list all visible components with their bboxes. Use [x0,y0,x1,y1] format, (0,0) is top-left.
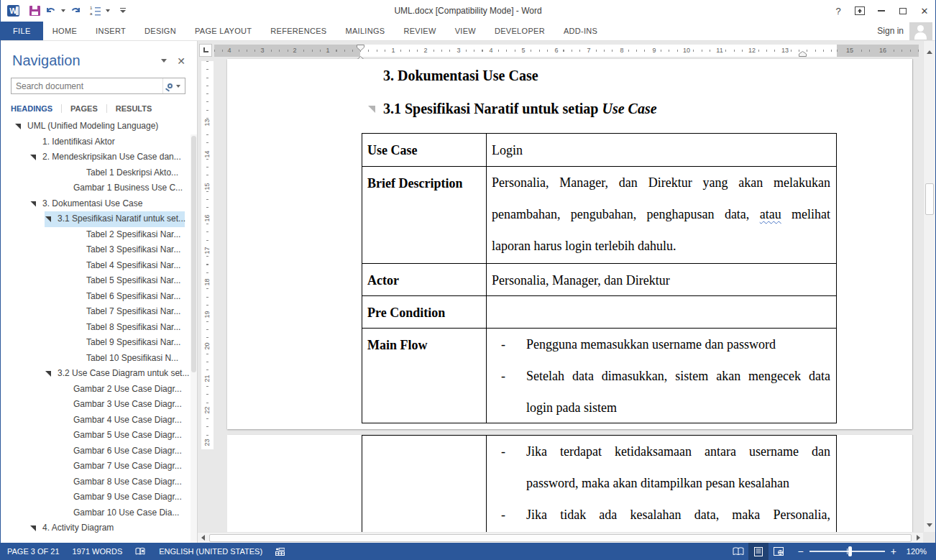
navigation-close-icon[interactable]: ✕ [177,56,185,66]
document-page[interactable]: 3. Dokumentasi Use Case 3.1 Spesifikasi … [227,59,912,429]
minimize-button[interactable] [871,0,892,22]
nav-heading-item-selected[interactable]: 3.1 Spesifikasi Naratif untuk set... [1,211,197,227]
print-layout-button[interactable] [748,543,768,560]
scroll-left-icon[interactable] [198,535,208,541]
tab-design[interactable]: DESIGN [135,22,185,40]
language-indicator[interactable]: ENGLISH (UNITED STATES) [152,543,269,560]
nav-heading-item[interactable]: Gambar 4 Use Case Diagr... [1,413,197,428]
nav-heading-item[interactable]: Tabel 9 Spesifikasi Nar... [1,335,197,351]
navigation-tabs: HEADINGS PAGES RESULTS [11,104,197,113]
scroll-up-icon[interactable] [924,44,935,54]
zoom-out-button[interactable]: − [797,546,803,556]
nav-heading-item[interactable]: 3.2 Use Case Diagram untuk set... [1,366,197,382]
tab-add-ins[interactable]: ADD-INS [554,22,607,40]
horizontal-scrollbar[interactable] [198,532,923,543]
save-icon[interactable] [29,6,40,16]
nav-tab-results[interactable]: RESULTS [107,104,161,113]
nav-heading-item[interactable]: Gambar 7 Use Case Diagr... [1,459,197,474]
nav-heading-item[interactable]: 3. Dokumentasi Use Case [1,196,197,212]
undo-icon[interactable] [45,5,57,17]
undo-dropdown-icon[interactable] [61,9,65,14]
document-page-next[interactable]: -Jika terdapat ketidaksamaan antara user… [227,435,912,532]
redo-icon[interactable] [70,5,82,17]
vertical-scrollbar[interactable] [923,41,935,532]
nav-heading-item[interactable]: Tabel 7 Spesifikasi Nar... [1,304,197,320]
navigation-scrollbar[interactable] [191,134,197,543]
heading-collapse-icon[interactable] [368,106,375,113]
headings-tree: UML (Unified Modeling Language) 1. Ident… [1,119,197,536]
tab-references[interactable]: REFERENCES [261,22,336,40]
tab-review[interactable]: REVIEW [394,22,445,40]
right-indent-marker[interactable] [799,51,807,58]
nav-heading-item[interactable]: Tabel 4 Spesifikasi Nar... [1,258,197,274]
numbering-dropdown-icon[interactable] [106,9,110,14]
close-button[interactable]: ✕ [914,0,935,22]
tab-home[interactable]: HOME [43,22,86,40]
nav-heading-item[interactable]: Gambar 10 Use Case Dia... [1,505,197,521]
use-case-table: Use Case Login Brief Description Persona… [362,133,837,423]
table-cell-value: Personalia, Manager, dan Direktur yang a… [487,167,836,263]
nav-heading-item[interactable]: 1. Identifikasi Aktor [1,134,197,150]
nav-heading-item[interactable]: Tabel 10 Spesifikasi N... [1,351,197,367]
tab-file[interactable]: FILE [1,22,43,40]
table-row: -Jika terdapat ketidaksamaan antara user… [362,436,836,534]
nav-heading-item[interactable]: 2. Mendeskripsikan Use Case dan... [1,150,197,165]
word-logo-icon[interactable]: W [7,5,19,17]
page-indicator[interactable]: PAGE 3 OF 21 [1,543,66,560]
search-dropdown-icon[interactable] [176,85,180,90]
tab-view[interactable]: VIEW [446,22,485,40]
nav-heading-item[interactable]: Gambar 9 Use Case Diagr... [1,490,197,505]
nav-heading-item[interactable]: UML (Unified Modeling Language) [1,119,197,134]
nav-heading-item[interactable]: Tabel 6 Spesifikasi Nar... [1,289,197,305]
tab-page-layout[interactable]: PAGE LAYOUT [185,22,261,40]
bullet-dash: - [501,436,505,467]
zoom-slider[interactable] [809,551,885,552]
customize-quick-access-toolbar-icon[interactable] [119,7,127,14]
nav-tab-pages[interactable]: PAGES [62,104,106,113]
horizontal-scrollbar-thumb[interactable] [209,534,912,542]
tab-developer[interactable]: DEVELOPER [485,22,554,40]
nav-heading-item[interactable]: Gambar 8 Use Case Diagr... [1,474,197,490]
ribbon-display-options-button[interactable] [849,0,871,22]
nav-heading-item[interactable]: Gambar 5 Use Case Diagr... [1,428,197,444]
zoom-in-button[interactable]: + [891,546,896,556]
user-avatar-icon[interactable] [909,22,932,40]
nav-heading-item[interactable]: Tabel 2 Spesifikasi Nar... [1,227,197,243]
tab-mailings[interactable]: MAILINGS [336,22,394,40]
read-mode-button[interactable] [728,543,748,560]
search-input[interactable] [12,81,162,91]
nav-heading-item[interactable]: Tabel 1 Deskripsi Akto... [1,165,197,181]
table-row: Brief Description Personalia, Manager, d… [362,167,836,264]
nav-heading-item[interactable]: Gambar 3 Use Case Diagr... [1,397,197,413]
proofing-status-icon[interactable] [129,543,152,560]
macro-recording-icon[interactable] [269,543,291,560]
numbering-icon[interactable]: 1 a [89,5,101,17]
nav-heading-item[interactable]: 4. Activity Diagram [1,520,197,536]
word-count[interactable]: 1971 WORDS [66,543,129,560]
nav-heading-item[interactable]: Tabel 3 Spesifikasi Nar... [1,242,197,258]
nav-heading-item[interactable]: Tabel 5 Spesifikasi Nar... [1,273,197,289]
zoom-level[interactable]: 120% [904,547,935,556]
nav-tab-headings[interactable]: HEADINGS [11,104,61,113]
bullet-dash: - [501,329,505,360]
zoom-slider-thumb[interactable] [848,546,852,556]
web-layout-button[interactable] [768,543,789,560]
nav-heading-item[interactable]: Tabel 8 Spesifikasi Nar... [1,320,197,336]
first-line-indent-marker[interactable] [357,45,364,51]
maximize-button[interactable] [892,0,914,22]
table-row: Use Case Login [362,134,836,167]
navigation-pane: Navigation ✕ HEADINGS PAGES RESULTS [1,41,198,543]
document-area[interactable]: 4 3 2 1 1 2 3 4 5 6 7 8 9 10 11 12 13 15… [198,41,935,543]
search-icon[interactable] [168,83,173,88]
scroll-down-icon[interactable] [924,520,935,531]
vertical-scrollbar-thumb[interactable] [925,183,934,215]
tab-stop-selector[interactable] [199,44,212,57]
navigation-options-dropdown-icon[interactable] [161,59,167,65]
nav-heading-item[interactable]: Gambar 1 Business Use C... [1,180,197,196]
help-button[interactable]: ? [827,0,849,22]
nav-heading-item[interactable]: Gambar 6 Use Case Diagr... [1,444,197,459]
table-row: Pre Condition [362,296,836,329]
tab-insert[interactable]: INSERT [86,22,135,40]
scroll-right-icon[interactable] [913,535,923,541]
nav-heading-item[interactable]: Gambar 2 Use Case Diagr... [1,382,197,398]
